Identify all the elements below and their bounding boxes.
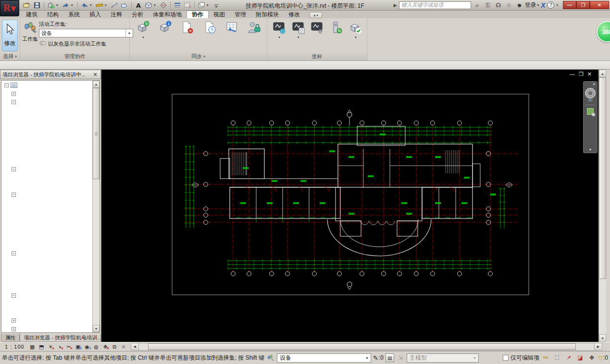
help-icon[interactable]: ? [547,1,554,9]
select-by-face-icon[interactable]: ◪ [576,353,585,362]
select-pinned-icon[interactable]: 📌︎ [564,353,573,362]
thin-lines-icon[interactable] [173,1,182,10]
tab-分析[interactable]: 分析 [127,11,148,18]
customize-qat-icon[interactable] [212,1,221,10]
horizontal-scrollbar[interactable]: ◀ ▶ [131,343,602,351]
worksharing-dialog-icon[interactable]: ▤ [386,353,394,362]
sync-with-central-icon[interactable] [46,1,56,10]
tab-协作[interactable]: 协作 [187,11,209,18]
relinquish-all-button[interactable]: ✕ [176,20,198,36]
palette-tab-project-browser[interactable]: 项目浏览器 - 技师学院机电培训... [20,334,101,342]
palette-tab-properties[interactable]: 属性 [1,334,20,342]
reload-latest-button[interactable]: ↓ [154,20,176,36]
coordination-review-button[interactable]: ▾ [288,20,308,39]
scrollbar-thumb[interactable] [148,343,576,350]
selection-filter-button[interactable]: ▽ :0 [598,354,608,362]
gray-inactive-worksets-button[interactable]: 以灰色显示非活动工作集 [39,39,133,48]
tab-插入[interactable]: 插入 [85,11,106,18]
show-crop-region-icon[interactable]: ▣? [74,343,82,351]
minimize-button[interactable]: — [563,1,576,9]
browser-tree-item[interactable] [1,182,92,191]
worksharing-display-off-icon[interactable]: ❖✕ [101,343,110,351]
favorites-star-icon[interactable]: ☆ [505,1,513,9]
text-icon[interactable]: A [134,1,143,10]
tab-体量和场地[interactable]: 体量和场地 [148,11,187,18]
modify-button[interactable]: 修改 [2,20,18,51]
default-3d-view-icon[interactable] [144,1,153,10]
browser-tree-item[interactable] [1,123,92,132]
reveal-hidden-elements-icon[interactable]: ◉? [83,343,91,351]
steering-wheel-icon[interactable] [585,88,596,98]
expand-icon[interactable]: + [12,327,16,331]
browser-tree-item[interactable]: + [1,325,92,333]
browser-tree-item[interactable] [1,199,92,207]
tab-修改[interactable]: 修改 [284,11,305,18]
sun-path-off-icon[interactable]: ☀✕ [47,343,55,351]
undo-icon[interactable] [61,1,71,10]
interference-check-button[interactable]: ▾ [346,20,365,39]
coordination-settings-button[interactable] [308,20,327,36]
tab-注释[interactable]: 注释 [106,11,127,18]
browser-tree-item[interactable] [1,266,92,275]
browser-tree-item[interactable]: − [1,191,92,199]
scrollbar-thumb[interactable] [93,88,100,179]
subscription-key-icon[interactable]: ⚿ [484,1,492,9]
tab-结构[interactable]: 结构 [42,11,63,18]
infocenter-expand-icon[interactable]: ▶ [394,3,397,8]
browser-tree-item[interactable] [1,275,92,283]
search-icon[interactable]: ⌕ [473,1,482,9]
browser-tree-item[interactable] [1,148,92,157]
collapse-icon[interactable]: − [12,251,16,255]
worksets-status-icon[interactable] [266,353,275,362]
show-constraints-icon[interactable]: ⌗ [120,343,128,351]
design-options-select[interactable]: 主模型 ▼ [407,353,479,363]
browser-tree-item[interactable] [1,283,92,291]
application-menu-button[interactable]: R▾ [0,0,19,16]
expand-icon[interactable]: + [12,318,16,323]
view-scale-button[interactable]: 1 : 100 [0,344,28,350]
project-browser-close-icon[interactable]: ✕ [92,72,99,78]
synchronize-panel-label[interactable]: 同步▾ [130,52,267,61]
browser-tree-item[interactable] [1,115,92,123]
scroll-right-icon[interactable]: ▶ [594,343,602,350]
zoom-tool-icon[interactable] [587,108,594,115]
checkbox-icon[interactable] [503,355,509,361]
select-links-icon[interactable]: ⚯ [541,353,550,362]
switch-windows-icon[interactable] [197,1,206,10]
browser-tree-item[interactable] [1,207,92,216]
navbar-more-icon[interactable]: ▾ [589,147,591,153]
scroll-left-icon[interactable]: ◀ [131,343,139,350]
tab-视图[interactable]: 视图 [209,11,230,18]
browser-tree-item[interactable]: −◱ [1,81,92,90]
project-browser-scrollbar[interactable]: ▲ ▼ [92,81,100,332]
browser-tree-item[interactable] [1,258,92,267]
browser-tree-item[interactable] [1,224,92,233]
ribbon-minimize-button[interactable]: ▴▾ [310,12,322,18]
browser-tree-item[interactable]: + [1,316,92,325]
crop-view-off-icon[interactable]: ✂✕ [65,343,73,351]
collapse-icon[interactable]: − [4,83,9,87]
tab-管理[interactable]: 管理 [230,11,251,18]
navbar-close-icon[interactable]: ✕ [591,82,597,87]
browser-tree-item[interactable] [1,174,92,182]
browser-tree-item[interactable] [1,107,92,115]
redo-icon[interactable] [80,1,89,10]
collapse-icon[interactable]: − [12,100,16,104]
collapse-icon[interactable]: − [12,293,16,298]
floor-plan-drawing[interactable] [101,70,598,342]
view-close-icon[interactable]: ✕ [587,71,592,77]
save-icon[interactable] [32,1,42,10]
aligned-dimension-icon[interactable] [110,1,119,10]
editing-requests-button[interactable] [243,20,265,36]
browser-tree-item[interactable]: − [1,291,92,300]
drawing-area[interactable]: — ❐ ✕ ✕ 2D ▾ [101,70,598,342]
browser-tree-item[interactable] [1,157,92,166]
section-icon[interactable] [159,1,168,10]
vertical-scrollbar[interactable]: ▲ ▼ [598,70,606,342]
restore-button[interactable]: ❐ [576,1,590,9]
browser-tree-item[interactable] [1,308,92,317]
open-file-icon[interactable] [22,1,32,10]
scroll-down-icon[interactable]: ▼ [93,325,100,332]
browser-tree-item[interactable] [1,232,92,241]
scroll-up-icon[interactable]: ▲ [93,81,100,88]
